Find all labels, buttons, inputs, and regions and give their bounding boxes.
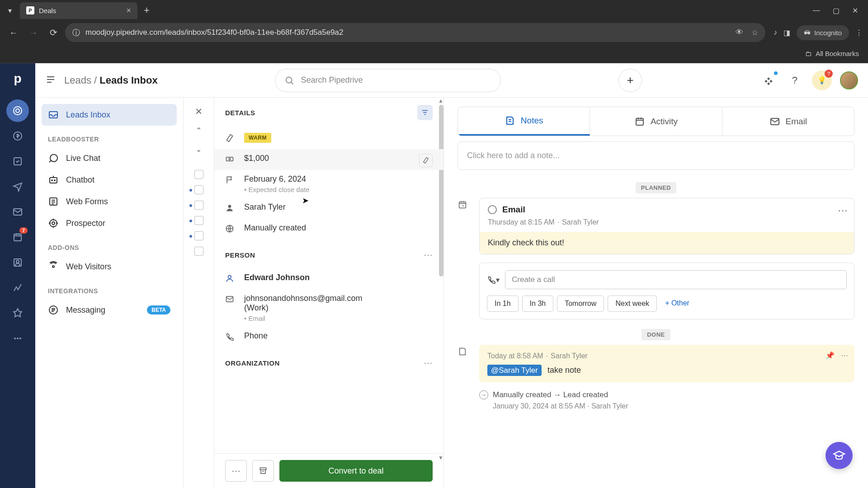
- window-maximize-icon[interactable]: ▢: [833, 6, 840, 15]
- detail-row-person-phone[interactable]: Phone: [225, 327, 433, 347]
- user-avatar[interactable]: [840, 71, 858, 89]
- help-icon[interactable]: ?: [786, 71, 804, 89]
- prev-lead-button[interactable]: ⌃: [191, 122, 207, 138]
- nav-activities-icon[interactable]: 7: [6, 226, 29, 249]
- tab-email[interactable]: Email: [722, 107, 854, 136]
- qs-chip-3h[interactable]: In 3h: [522, 296, 554, 312]
- card-more-button[interactable]: ⋯: [838, 205, 848, 216]
- tab-title: Deals: [39, 7, 126, 14]
- done-toggle[interactable]: [488, 205, 497, 214]
- mention-chip[interactable]: @Sarah Tyler: [487, 365, 542, 376]
- browser-menu-icon[interactable]: ⋮: [855, 28, 863, 37]
- nav-more-icon[interactable]: [6, 327, 29, 350]
- org-more-button[interactable]: ⋯: [424, 357, 433, 368]
- detail-row-temperature[interactable]: WARM: [225, 128, 433, 149]
- tab-close-icon[interactable]: ×: [126, 6, 131, 15]
- done-more-button[interactable]: ⋯: [841, 351, 848, 360]
- nav-marketplace-icon[interactable]: [6, 302, 29, 324]
- close-date-label: Expected close date: [244, 186, 310, 193]
- more-actions-button[interactable]: ⋯: [225, 460, 247, 482]
- nav-projects-icon[interactable]: [6, 150, 29, 173]
- sidebar-toggle-icon[interactable]: [45, 74, 56, 87]
- back-button[interactable]: ←: [5, 24, 22, 41]
- all-bookmarks-button[interactable]: All Bookmarks: [816, 50, 859, 57]
- person-more-button[interactable]: ⋯: [424, 249, 433, 260]
- tab-activity[interactable]: Activity: [590, 107, 722, 136]
- call-icon[interactable]: ▾: [487, 275, 500, 284]
- scroll-down-icon[interactable]: ▼: [438, 455, 443, 461]
- scroll-up-icon[interactable]: ▲: [438, 98, 443, 104]
- detail-row-person-name[interactable]: Edward Johnson: [225, 268, 433, 289]
- convert-to-deal-button[interactable]: Convert to deal: [279, 460, 433, 482]
- pipedrive-logo-icon[interactable]: p: [8, 69, 28, 89]
- help-fab[interactable]: [826, 442, 853, 469]
- scrollbar[interactable]: [439, 105, 443, 277]
- svg-point-19: [52, 266, 54, 267]
- browser-tab[interactable]: P Deals ×: [20, 2, 137, 19]
- detail-row-value[interactable]: $1,000: [214, 149, 443, 170]
- create-call-input[interactable]: Create a call: [505, 270, 847, 289]
- side-panel-icon[interactable]: ◨: [783, 28, 790, 37]
- site-info-icon[interactable]: ⓘ: [72, 28, 80, 38]
- lead-checkbox[interactable]: [194, 216, 203, 225]
- nav-badge: 7: [19, 227, 28, 234]
- detail-row-close-date[interactable]: February 6, 2024 Expected close date: [225, 170, 433, 198]
- qs-chip-1h[interactable]: In 1h: [487, 296, 519, 312]
- detail-row-person-email[interactable]: johnsonandohnsons@gmail.com (Work) Email: [225, 289, 433, 327]
- lead-checkbox[interactable]: [194, 231, 203, 240]
- nav-insights-icon[interactable]: [6, 277, 29, 299]
- nav-deals-icon[interactable]: [6, 125, 29, 147]
- reload-button[interactable]: ⟳: [45, 24, 61, 41]
- nav-mail-icon[interactable]: [6, 201, 29, 223]
- detail-row-owner[interactable]: Sarah Tyler: [225, 198, 433, 219]
- tab-dropdown[interactable]: ▾: [4, 4, 16, 17]
- close-panel-button[interactable]: ×: [191, 103, 207, 119]
- window-close-icon[interactable]: ✕: [852, 6, 858, 15]
- detail-row-source[interactable]: Manually created: [225, 219, 433, 239]
- add-button[interactable]: +: [618, 69, 642, 92]
- sidebar-item-chatbot[interactable]: Chatbot: [42, 169, 177, 191]
- bookmark-star-icon[interactable]: ☆: [751, 28, 758, 38]
- window-minimize-icon[interactable]: —: [813, 6, 820, 15]
- sidebar-item-messaging[interactable]: Messaging BETA: [42, 299, 177, 321]
- planned-email-card[interactable]: Email Thursday at 8:15 AM·Sarah Tyler ⋯ …: [479, 198, 854, 254]
- sidebar-item-web-visitors[interactable]: Web Visitors: [42, 256, 177, 277]
- filter-button[interactable]: [417, 105, 433, 120]
- edit-value-button[interactable]: [419, 154, 433, 167]
- qs-chip-tomorrow[interactable]: Tomorrow: [557, 296, 604, 312]
- sidebar-item-label: Leads Inbox: [66, 110, 110, 120]
- new-tab-button[interactable]: +: [137, 5, 156, 16]
- org-section-title: ORGANIZATION: [225, 359, 280, 367]
- whats-new-icon[interactable]: 💡?: [812, 70, 832, 90]
- qs-other-button[interactable]: + Other: [660, 296, 694, 312]
- forward-button[interactable]: →: [25, 24, 42, 41]
- lead-checkbox[interactable]: [194, 170, 203, 179]
- address-bar[interactable]: ⓘ moodjoy.pipedrive.com/leads/inbox/51f2…: [65, 23, 765, 42]
- note-input[interactable]: Click here to add a note...: [458, 141, 854, 170]
- sidebar-item-live-chat[interactable]: Live Chat: [42, 147, 177, 169]
- lead-checkbox[interactable]: [194, 185, 203, 194]
- incognito-badge[interactable]: 🕶 Incognito: [797, 25, 849, 40]
- nav-contacts-icon[interactable]: [6, 251, 29, 274]
- person-phone: Phone: [244, 331, 268, 341]
- done-note-card[interactable]: Today at 8:58 AM·Sarah Tyler 📌 ⋯ @Sarah …: [479, 345, 854, 382]
- lead-checkbox[interactable]: [194, 201, 203, 210]
- eye-off-icon[interactable]: 👁: [736, 28, 743, 37]
- lead-checkbox[interactable]: [194, 247, 203, 256]
- pin-icon[interactable]: 📌: [826, 351, 835, 360]
- apps-icon[interactable]: [760, 71, 778, 89]
- media-icon[interactable]: ♪: [774, 28, 777, 37]
- svg-rect-5: [14, 234, 21, 241]
- breadcrumb-parent[interactable]: Leads: [64, 75, 91, 86]
- search-input[interactable]: Search Pipedrive: [275, 69, 501, 92]
- person-email[interactable]: johnsonandohnsons@gmail.com: [244, 294, 362, 303]
- qs-chip-next-week[interactable]: Next week: [608, 296, 657, 312]
- nav-leads-icon[interactable]: [6, 99, 29, 122]
- archive-button[interactable]: [252, 460, 274, 482]
- nav-campaigns-icon[interactable]: [6, 175, 29, 198]
- sidebar-item-web-forms[interactable]: Web Forms: [42, 191, 177, 212]
- sidebar-item-prospector[interactable]: Prospector: [42, 212, 177, 234]
- sidebar-item-leads-inbox[interactable]: Leads Inbox: [42, 104, 177, 126]
- next-lead-button[interactable]: ⌄: [191, 141, 207, 157]
- tab-notes[interactable]: Notes: [458, 107, 590, 136]
